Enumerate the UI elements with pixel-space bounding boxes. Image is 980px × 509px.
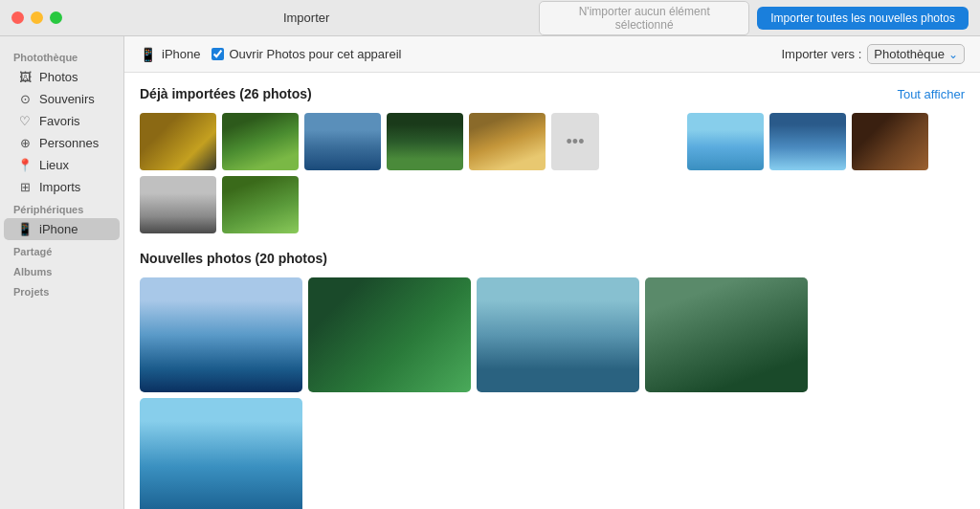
photo-thumb[interactable] [687, 113, 764, 170]
device-icon: 📱 [140, 47, 156, 62]
maximize-button[interactable] [50, 11, 62, 24]
sidebar-item-imports[interactable]: ⊞ Imports [4, 176, 120, 198]
title-bar-center: Importer [74, 11, 539, 25]
photo-area: Déjà importées (26 photos) Tout afficher… [124, 73, 980, 509]
open-photos-checkbox[interactable] [212, 48, 224, 60]
photo-thumb[interactable] [852, 113, 928, 170]
new-photos-title: Nouvelles photos (20 photos) [140, 251, 327, 266]
projects-section-label: Projets [0, 280, 123, 300]
memories-icon: ⊙ [17, 92, 33, 106]
sidebar-item-photos[interactable]: 🖼 Photos [4, 66, 120, 88]
open-photos-label: Ouvrir Photos pour cet appareil [229, 47, 401, 61]
photo-thumb[interactable] [140, 176, 216, 233]
sidebar-item-label: Souvenirs [39, 92, 95, 106]
sidebar-item-memories[interactable]: ⊙ Souvenirs [4, 88, 120, 110]
new-photo-thumb[interactable] [140, 277, 302, 392]
photo-thumb[interactable] [222, 113, 299, 170]
device-info: 📱 iPhone [140, 47, 200, 62]
iphone-icon: 📱 [17, 222, 33, 236]
main-layout: Photothèque 🖼 Photos ⊙ Souvenirs ♡ Favor… [0, 36, 980, 509]
show-all-link[interactable]: Tout afficher [897, 87, 965, 101]
sidebar-item-iphone[interactable]: 📱 iPhone [4, 218, 120, 240]
sidebar-item-label: Photos [39, 70, 78, 84]
already-imported-title: Déjà importées (26 photos) [140, 86, 312, 101]
sidebar: Photothèque 🖼 Photos ⊙ Souvenirs ♡ Favor… [0, 36, 124, 509]
more-icon: ••• [567, 132, 585, 152]
albums-section-label: Albums [0, 260, 123, 280]
new-photo-thumb[interactable] [140, 398, 302, 509]
title-bar: Importer N'importer aucun élément sélect… [0, 0, 980, 36]
sidebar-item-label: iPhone [39, 222, 78, 236]
destination-select[interactable]: Photothèque ⌄ [867, 44, 965, 64]
sidebar-item-favorites[interactable]: ♡ Favoris [4, 110, 120, 132]
photo-thumb[interactable] [469, 113, 546, 170]
new-photos-grid [140, 277, 965, 509]
sidebar-item-label: Lieux [39, 158, 69, 172]
already-imported-grid: ••• [140, 113, 965, 233]
imports-icon: ⊞ [17, 180, 33, 194]
destination-value: Photothèque [874, 47, 945, 61]
sidebar-item-places[interactable]: 📍 Lieux [4, 154, 120, 176]
import-toolbar: 📱 iPhone Ouvrir Photos pour cet appareil… [124, 36, 980, 73]
favorites-icon: ♡ [17, 114, 33, 128]
import-all-button[interactable]: Importer toutes les nouvelles photos [757, 7, 969, 30]
sidebar-item-label: Favoris [39, 114, 80, 128]
new-photo-thumb[interactable] [308, 277, 471, 392]
content-area: 📱 iPhone Ouvrir Photos pour cet appareil… [124, 36, 980, 509]
library-section-label: Photothèque [0, 46, 123, 66]
minimize-button[interactable] [31, 11, 43, 24]
photo-thumb[interactable] [769, 113, 846, 170]
photo-thumb[interactable] [222, 176, 299, 233]
window-controls [11, 11, 62, 24]
new-photo-thumb[interactable] [477, 277, 639, 392]
photos-icon: 🖼 [17, 70, 33, 84]
import-destination: Importer vers : Photothèque ⌄ [781, 44, 965, 64]
sidebar-item-label: Imports [39, 180, 80, 194]
title-bar-right: N'importer aucun élément sélectionné Imp… [539, 1, 969, 35]
places-icon: 📍 [17, 158, 33, 172]
photo-thumb[interactable] [140, 113, 216, 170]
new-photos-header: Nouvelles photos (20 photos) [140, 251, 965, 266]
import-dest-label: Importer vers : [781, 47, 861, 61]
new-photo-thumb[interactable] [645, 277, 808, 392]
photo-thumb[interactable] [304, 113, 381, 170]
no-selection-field: N'importer aucun élément sélectionné [539, 1, 749, 35]
open-photos-checkbox-label[interactable]: Ouvrir Photos pour cet appareil [212, 47, 401, 61]
photo-thumb-more[interactable]: ••• [551, 113, 599, 170]
chevron-down-icon: ⌄ [948, 48, 958, 61]
device-name: iPhone [162, 47, 200, 61]
sidebar-item-label: Personnes [39, 136, 99, 150]
people-icon: ⊕ [17, 136, 33, 150]
sidebar-item-people[interactable]: ⊕ Personnes [4, 132, 120, 154]
shared-section-label: Partagé [0, 240, 123, 260]
already-imported-header: Déjà importées (26 photos) Tout afficher [140, 86, 965, 101]
close-button[interactable] [11, 11, 24, 24]
devices-section-label: Périphériques [0, 198, 123, 218]
window-title: Importer [283, 11, 329, 25]
photo-thumb[interactable] [387, 113, 463, 170]
